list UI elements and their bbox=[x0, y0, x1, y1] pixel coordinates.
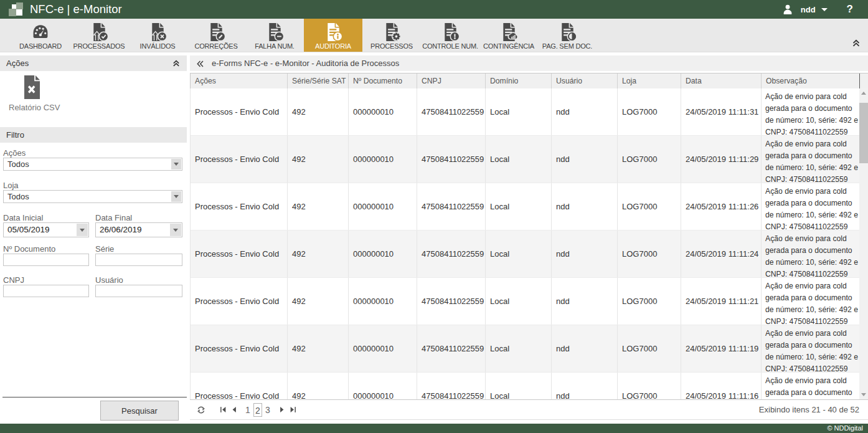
cell-data: 24/05/2019 11:11:19 bbox=[681, 325, 762, 372]
cell-serie: 492 bbox=[288, 231, 349, 277]
toolbar-item-processados[interactable]: PROCESSADOS bbox=[70, 19, 128, 52]
table-row[interactable]: Processos - Envio Cold492000000010475084… bbox=[191, 373, 860, 399]
scroll-up-icon[interactable] bbox=[859, 88, 868, 98]
filter-panel-title: Filtro bbox=[6, 130, 181, 140]
table-row[interactable]: Processos - Envio Cold492000000010475084… bbox=[191, 183, 860, 231]
cell-loja: LOG7000 bbox=[618, 325, 681, 372]
doc-upload-x-icon bbox=[148, 22, 167, 42]
cnpj-label: CNPJ bbox=[3, 275, 89, 285]
toolbar-item-inv-lidos[interactable]: INVÁLIDOS bbox=[128, 19, 187, 52]
column-header-5[interactable]: Domínio bbox=[486, 74, 552, 88]
page-title: e-Forms NFC-e - e-Monitor - Auditoria de… bbox=[212, 59, 399, 68]
actions-collapse-icon[interactable] bbox=[172, 59, 181, 67]
scroll-thumb[interactable] bbox=[859, 103, 868, 163]
help-button[interactable]: ? bbox=[847, 3, 853, 16]
toolbar-item-corre-es[interactable]: CORREÇÕES bbox=[187, 19, 245, 52]
cell-data: 24/05/2019 11:11:26 bbox=[681, 183, 762, 230]
toolbar-item-pag-sem-doc[interactable]: PAG. SEM DOC. bbox=[538, 19, 597, 52]
refresh-icon[interactable] bbox=[197, 406, 205, 414]
cell-serie: 492 bbox=[288, 278, 349, 325]
cell-dominio: Local bbox=[486, 373, 552, 399]
column-header-3[interactable]: Nº Documento bbox=[349, 74, 417, 88]
loja-filter-dropdown-icon[interactable] bbox=[171, 191, 181, 202]
cnpj-input[interactable] bbox=[3, 285, 89, 297]
toolbar-item-label: INVÁLIDOS bbox=[140, 42, 176, 50]
toolbar-item-label: PROCESSOS bbox=[370, 42, 413, 50]
column-header-4[interactable]: CNPJ bbox=[417, 74, 486, 88]
column-header-2[interactable]: Série/Série SAT bbox=[288, 74, 349, 88]
column-header-1[interactable]: Ações bbox=[191, 74, 288, 88]
data-inicial-label: Data Inicial bbox=[3, 213, 89, 222]
table-row[interactable]: Processos - Envio Cold492000000010475084… bbox=[191, 231, 860, 278]
toolbar-item-controle-num[interactable]: CONTROLE NUM. bbox=[421, 19, 479, 52]
acoes-filter-label: Ações bbox=[3, 148, 182, 158]
column-header-9[interactable]: Observação bbox=[762, 74, 860, 88]
data-final-field[interactable]: 26/06/2019 bbox=[95, 222, 182, 237]
acoes-filter-select[interactable]: Todos bbox=[3, 158, 182, 171]
user-name: ndd bbox=[801, 5, 816, 14]
table-row[interactable]: Processos - Envio Cold492000000010475084… bbox=[191, 325, 860, 373]
toolbar-collapse-icon[interactable] bbox=[852, 39, 861, 47]
table-row[interactable]: Processos - Envio Cold492000000010475084… bbox=[191, 136, 860, 183]
data-inicial-value: 05/05/2019 bbox=[4, 223, 88, 237]
csv-file-icon bbox=[9, 75, 55, 99]
cell-observacao: Ação de envio para cold gerada para o do… bbox=[762, 231, 860, 277]
toolbar-item-label: CONTINGÊNCIA bbox=[483, 42, 534, 50]
page-number-2[interactable]: 2 bbox=[253, 403, 262, 417]
cell-observacao: Ação de envio para cold gerada para o do… bbox=[762, 325, 860, 372]
page-number-1[interactable]: 1 bbox=[243, 403, 252, 417]
cell-cnpj: 47508411022559 bbox=[417, 183, 486, 230]
cell-documento: 000000010 bbox=[349, 325, 417, 372]
data-final-dropdown-icon[interactable] bbox=[170, 224, 181, 236]
cell-loja: LOG7000 bbox=[618, 231, 681, 277]
pagination-status: Exibindo itens 21 - 40 de 52 bbox=[759, 405, 859, 414]
grid-vertical-scrollbar[interactable] bbox=[859, 88, 868, 399]
column-header-8[interactable]: Data bbox=[681, 74, 762, 88]
next-page-icon[interactable] bbox=[276, 404, 287, 416]
usuario-input[interactable] bbox=[95, 285, 182, 297]
cell-observacao: Ação de envio para cold gerada para o do… bbox=[762, 373, 860, 399]
data-inicial-field[interactable]: 05/05/2019 bbox=[3, 222, 89, 237]
scroll-down-icon[interactable] bbox=[859, 390, 868, 399]
serie-input[interactable] bbox=[95, 254, 182, 266]
cell-documento: 000000010 bbox=[349, 183, 417, 230]
num-documento-input[interactable] bbox=[3, 254, 89, 266]
collapse-sidebar-icon[interactable] bbox=[196, 59, 204, 67]
grid-body: Processos - Envio Cold492000000010475084… bbox=[190, 88, 860, 399]
cell-acao: Processos - Envio Cold bbox=[191, 183, 288, 230]
user-menu[interactable]: ndd bbox=[782, 0, 828, 19]
table-row[interactable]: Processos - Envio Cold492000000010475084… bbox=[191, 278, 860, 325]
loja-filter-select[interactable]: Todos bbox=[3, 190, 182, 203]
cell-data: 24/05/2019 11:11:24 bbox=[681, 231, 762, 277]
data-inicial-dropdown-icon[interactable] bbox=[77, 224, 88, 236]
top-bar: NFC-e | e-Monitor ndd ? bbox=[0, 0, 868, 19]
column-header-7[interactable]: Loja bbox=[618, 74, 681, 88]
user-caret-icon bbox=[821, 8, 828, 11]
last-page-icon[interactable] bbox=[287, 404, 298, 416]
doc-cloud-icon bbox=[499, 22, 519, 42]
filter-form: Ações Todos Loja Todos Data Inicial 05/0… bbox=[0, 143, 187, 297]
csv-report-button[interactable]: Relatório CSV bbox=[9, 75, 55, 112]
doc-pencil-icon bbox=[207, 22, 226, 42]
toolbar-item-falha-num[interactable]: FALHA NUM. bbox=[245, 19, 304, 52]
column-header-6[interactable]: Usuário bbox=[552, 74, 618, 88]
cell-acao: Processos - Envio Cold bbox=[191, 278, 288, 325]
acoes-filter-value: Todos bbox=[4, 158, 182, 170]
toolbar-item-dashboard[interactable]: DASHBOARD bbox=[11, 19, 70, 52]
toolbar-item-conting-ncia[interactable]: CONTINGÊNCIA bbox=[479, 19, 538, 52]
cell-dominio: Local bbox=[486, 231, 552, 277]
search-button[interactable]: Pesquisar bbox=[100, 401, 179, 421]
first-page-icon[interactable] bbox=[217, 404, 229, 416]
toolbar-item-processos[interactable]: PROCESSOS bbox=[362, 19, 421, 52]
prev-page-icon[interactable] bbox=[229, 404, 240, 416]
acoes-filter-dropdown-icon[interactable] bbox=[171, 159, 181, 169]
cell-usuario: ndd bbox=[552, 231, 618, 277]
toolbar-item-auditoria[interactable]: AUDITORIA bbox=[304, 19, 362, 52]
dashboard-icon bbox=[31, 22, 50, 42]
toolbar-item-label: DASHBOARD bbox=[19, 42, 62, 50]
page-number-3[interactable]: 3 bbox=[263, 403, 272, 417]
actions-panel-header: Ações bbox=[0, 55, 187, 71]
cell-usuario: ndd bbox=[552, 183, 618, 230]
table-row[interactable]: Processos - Envio Cold492000000010475084… bbox=[191, 88, 860, 136]
cell-data: 24/05/2019 11:11:31 bbox=[681, 88, 762, 135]
